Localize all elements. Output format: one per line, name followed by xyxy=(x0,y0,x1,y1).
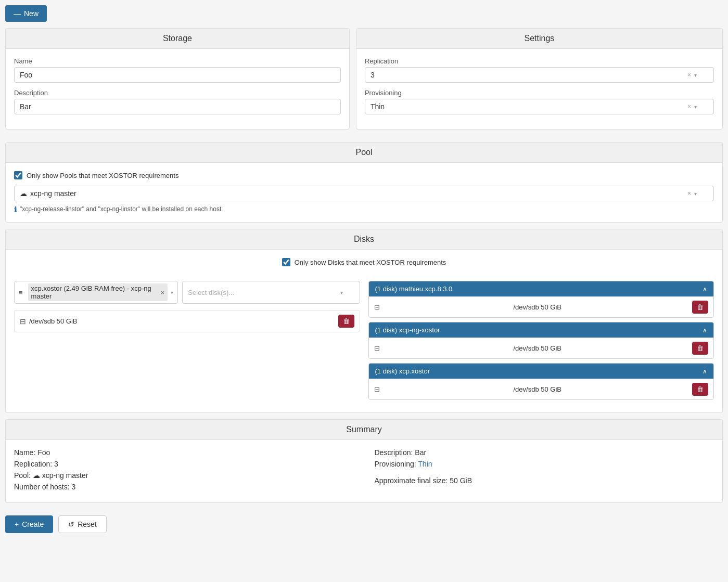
host-3-disk-label: /dev/sdb 50 GiB xyxy=(514,385,562,393)
description-group: Description xyxy=(14,89,341,114)
replication-label: Replication xyxy=(365,57,714,65)
disks-checkbox-row: Only show Disks that meet XOSTOR require… xyxy=(282,258,446,266)
description-label: Description xyxy=(14,89,341,97)
host-1-disk-delete-button[interactable]: 🗑 xyxy=(692,301,708,314)
summary-name-value: Foo xyxy=(37,448,50,457)
provisioning-actions: × ▾ xyxy=(687,103,697,110)
replication-select[interactable]: 3 × ▾ xyxy=(365,67,714,83)
left-disk-delete-button[interactable]: 🗑 xyxy=(338,315,354,328)
replication-value: 3 xyxy=(371,71,687,79)
provisioning-select[interactable]: Thin × ▾ xyxy=(365,99,714,114)
summary-size-value: 50 GiB xyxy=(450,476,472,485)
create-button-label: Create xyxy=(22,520,44,528)
summary-hosts-value: 3 xyxy=(72,483,76,491)
pool-requirements-checkbox[interactable] xyxy=(14,171,22,179)
pool-select[interactable]: ☁ xcp-ng master × ▾ xyxy=(14,186,714,201)
disks-grid: ≡ xcp.xostor (2.49 GiB RAM free) - xcp-n… xyxy=(14,281,714,404)
minus-icon: — xyxy=(14,9,21,18)
name-label: Name xyxy=(14,57,341,65)
host-tag-remove[interactable]: × xyxy=(161,289,165,296)
description-input[interactable] xyxy=(14,99,341,114)
trash-icon: 🗑 xyxy=(343,317,350,325)
summary-pool-label: Pool: xyxy=(14,471,31,480)
summary-hosts-row: Number of hosts: 3 xyxy=(14,483,354,491)
host-1-disk-icon: ⊟ xyxy=(374,303,380,311)
pool-cloud-icon: ☁ xyxy=(20,189,27,198)
provisioning-clear[interactable]: × xyxy=(687,103,691,110)
new-button[interactable]: — New xyxy=(5,5,47,22)
replication-arrow-icon: ▾ xyxy=(694,72,697,78)
host-group-2-header[interactable]: (1 disk) xcp-ng-xostor ∧ xyxy=(369,322,714,338)
host-1-disk-label: /dev/sdb 50 GiB xyxy=(514,303,562,311)
replication-clear[interactable]: × xyxy=(687,71,691,79)
summary-description-value: Bar xyxy=(415,448,426,457)
host-multi-select[interactable]: ≡ xcp.xostor (2.49 GiB RAM free) - xcp-n… xyxy=(14,281,178,304)
host-tag-label: xcp.xostor (2.49 GiB RAM free) - xcp-ng … xyxy=(31,284,159,300)
pool-value: xcp-ng master xyxy=(30,189,687,198)
disk-select-arrow-icon: ▾ xyxy=(340,290,343,295)
top-bar: — New xyxy=(5,5,723,22)
disks-panel: Disks Only show Disks that meet XOSTOR r… xyxy=(5,229,723,413)
chevron-up-icon-2: ∧ xyxy=(703,327,707,334)
host-2-disk-delete-button[interactable]: 🗑 xyxy=(692,342,708,355)
pool-panel-title: Pool xyxy=(6,143,722,163)
pool-checkbox-row: Only show Pools that meet XOSTOR require… xyxy=(14,171,714,179)
disk-select[interactable]: Select disk(s)... ▾ xyxy=(182,281,360,304)
host-group-1: (1 disk) mathieu.xcp.8.3.0 ∧ ⊟ /dev/sdb … xyxy=(368,281,714,318)
disks-right-col: (1 disk) mathieu.xcp.8.3.0 ∧ ⊟ /dev/sdb … xyxy=(368,281,714,404)
reset-icon: ↺ xyxy=(68,520,74,528)
host-group-3-header[interactable]: (1 disk) xcp.xostor ∧ xyxy=(369,364,714,379)
pool-arrow-icon: ▾ xyxy=(694,191,697,197)
disk-select-placeholder: Select disk(s)... xyxy=(188,289,234,296)
summary-pool-cloud-icon: ☁ xyxy=(33,471,40,480)
settings-panel: Settings Replication 3 × ▾ Provisioning xyxy=(356,28,723,130)
left-disk-label: /dev/sdb 50 GiB xyxy=(29,317,338,325)
host-group-2-title: (1 disk) xcp-ng-xostor xyxy=(375,326,440,334)
host-3-disk-delete-button[interactable]: 🗑 xyxy=(692,383,708,396)
trash-icon-2: 🗑 xyxy=(697,344,704,352)
summary-right-col: Description: Bar Provisioning: Thin Appr… xyxy=(375,448,714,494)
plus-icon: + xyxy=(15,520,19,528)
replication-actions: × ▾ xyxy=(687,71,697,79)
summary-name-label: Name: xyxy=(14,448,35,457)
pool-panel: Pool Only show Pools that meet XOSTOR re… xyxy=(5,142,723,223)
pool-panel-body: Only show Pools that meet XOSTOR require… xyxy=(6,163,722,222)
host-list-icon: ≡ xyxy=(19,289,23,296)
host-group-3: (1 disk) xcp.xostor ∧ ⊟ /dev/sdb 50 GiB … xyxy=(368,363,714,400)
pool-select-actions: × ▾ xyxy=(687,190,697,197)
host-group-1-header[interactable]: (1 disk) mathieu.xcp.8.3.0 ∧ xyxy=(369,281,714,296)
disk-select-actions: ▾ xyxy=(340,290,343,295)
name-input[interactable] xyxy=(14,67,341,83)
pool-checkbox-label[interactable]: Only show Pools that meet XOSTOR require… xyxy=(27,172,178,179)
trash-icon-1: 🗑 xyxy=(697,303,704,311)
summary-left-col: Name: Foo Replication: 3 Pool: ☁ xcp-ng … xyxy=(14,448,354,494)
disk-checkbox-label[interactable]: Only show Disks that meet XOSTOR require… xyxy=(295,258,446,266)
disks-panel-title: Disks xyxy=(6,229,722,250)
provisioning-label: Provisioning xyxy=(365,89,714,97)
reset-button[interactable]: ↺ Reset xyxy=(58,515,107,533)
summary-size-label: Approximate final size: xyxy=(375,476,448,485)
pool-info-note: ℹ "xcp-ng-release-linstor" and "xcp-ng-l… xyxy=(14,205,714,214)
host-2-disk-label: /dev/sdb 50 GiB xyxy=(514,344,562,352)
summary-description-row: Description: Bar xyxy=(375,448,714,457)
disks-left-col: ≡ xcp.xostor (2.49 GiB RAM free) - xcp-n… xyxy=(14,281,360,404)
host-3-disk-item: ⊟ /dev/sdb 50 GiB 🗑 xyxy=(369,379,714,399)
summary-pool-value: xcp-ng master xyxy=(42,471,88,480)
host-group-2: (1 disk) xcp-ng-xostor ∧ ⊟ /dev/sdb 50 G… xyxy=(368,322,714,359)
summary-panel-title: Summary xyxy=(6,420,722,440)
create-button[interactable]: + Create xyxy=(5,515,53,533)
pool-clear[interactable]: × xyxy=(687,190,691,197)
storage-column: Storage Name Description xyxy=(5,28,350,136)
summary-provisioning-value: Thin xyxy=(418,460,432,468)
summary-panel: Summary Name: Foo Replication: 3 Pool: ☁… xyxy=(5,419,723,503)
left-disk-item: ⊟ /dev/sdb 50 GiB 🗑 xyxy=(14,310,360,332)
summary-description-label: Description: xyxy=(375,448,413,457)
summary-replication-value: 3 xyxy=(54,460,58,468)
storage-settings-row: Storage Name Description Settings Replic… xyxy=(5,28,723,136)
summary-replication-label: Replication: xyxy=(14,460,52,468)
summary-provisioning-row: Provisioning: Thin xyxy=(375,460,714,468)
reset-button-label: Reset xyxy=(78,520,97,528)
provisioning-group: Provisioning Thin × ▾ xyxy=(365,89,714,114)
host-group-3-title: (1 disk) xcp.xostor xyxy=(375,367,430,375)
disk-requirements-checkbox[interactable] xyxy=(282,258,290,266)
